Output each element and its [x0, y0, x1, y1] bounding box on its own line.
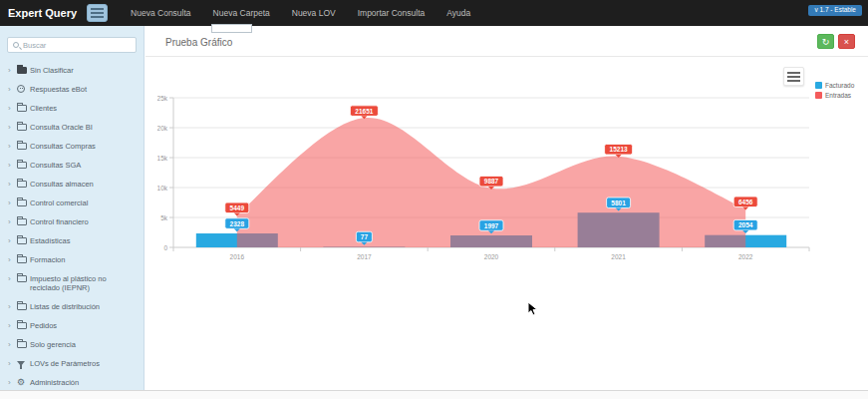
- main-content: Prueba Gráfico ↻ × FacturadoEntradas 05k…: [145, 26, 868, 399]
- folder-icon: [17, 302, 30, 310]
- legend-item-facturado[interactable]: Facturado: [815, 82, 854, 89]
- chevron-right-icon[interactable]: ›: [8, 236, 17, 245]
- nav-item-nueva-consulta[interactable]: Nueva Consulta: [120, 0, 201, 26]
- legend-item-entradas[interactable]: Entradas: [815, 92, 854, 99]
- version-badge: v 1.7 - Estable: [808, 5, 862, 16]
- legend-label: Facturado: [825, 82, 854, 89]
- sidebar-item-label: Consultas almacen: [30, 180, 94, 189]
- chevron-right-icon[interactable]: ›: [8, 85, 17, 94]
- sidebar-item-consultas-sga[interactable]: ›Consultas SGA: [0, 156, 144, 175]
- sidebar-item-solo-gerencia[interactable]: ›Solo gerencia: [0, 335, 144, 354]
- sidebar-item-control-comercial[interactable]: ›Control comercial: [0, 194, 144, 212]
- sidebar-item-label: Control comercial: [30, 199, 88, 207]
- chevron-right-icon[interactable]: ›: [8, 340, 17, 349]
- sidebar-item-label: Impuesto al plástico no reciclado (IEPNR…: [30, 274, 138, 292]
- chevron-right-icon[interactable]: ›: [8, 359, 17, 368]
- chevron-right-icon[interactable]: ›: [8, 274, 17, 283]
- sidebar-item-consultas-compras[interactable]: ›Consultas Compras: [0, 137, 144, 156]
- navbar-menu: Nueva ConsultaNueva CarpetaNueva LOVImpo…: [120, 0, 481, 26]
- data-label: 21651: [350, 106, 378, 120]
- sidebar-item-label: LOVs de Parámetros: [30, 359, 100, 368]
- data-label: 15213: [605, 144, 633, 158]
- chart-legend: FacturadoEntradas: [815, 82, 854, 99]
- svg-text:21651: 21651: [355, 108, 373, 115]
- sidebar-item-label: Consulta Oracle BI: [30, 123, 93, 132]
- chevron-right-icon[interactable]: ›: [8, 199, 17, 207]
- content-header: Prueba Gráfico ↻ ×: [145, 26, 868, 57]
- sidebar-item-label: Control financiero: [30, 217, 89, 226]
- chevron-right-icon[interactable]: ›: [8, 142, 17, 151]
- chevron-right-icon[interactable]: ›: [8, 378, 17, 387]
- nav-item-ayuda[interactable]: Ayuda: [435, 0, 481, 26]
- bot-icon: [17, 85, 30, 93]
- sidebar-item-pedidos[interactable]: ›Pedidos: [0, 316, 144, 335]
- svg-text:5k: 5k: [160, 214, 168, 221]
- folder-icon: [17, 161, 30, 169]
- sidebar-item-control-financiero[interactable]: ›Control financiero: [0, 212, 144, 231]
- sidebar-item-label: Clientes: [30, 104, 57, 113]
- sidebar-item-label: Pedidos: [30, 321, 57, 330]
- svg-text:2020: 2020: [484, 253, 499, 260]
- nav-item-importar-consulta[interactable]: Importar Consulta: [347, 0, 436, 26]
- sidebar-item-label: Estadísticas: [30, 236, 70, 245]
- folder-icon: [17, 123, 30, 131]
- folder-icon: [17, 180, 30, 188]
- nav-item-nueva-lov[interactable]: Nueva LOV: [281, 0, 347, 26]
- sidebar-item-lovs-de-par-metros[interactable]: ›LOVs de Parámetros: [0, 354, 144, 373]
- folder-icon: [17, 217, 30, 225]
- mouse-cursor: [527, 301, 539, 317]
- chevron-right-icon[interactable]: ›: [8, 180, 17, 189]
- sidebar-item-label: Respuestas eBot: [30, 85, 87, 94]
- app-window: Expert Query Nueva ConsultaNueva Carpeta…: [0, 0, 868, 399]
- sidebar-item-clientes[interactable]: ›Clientes: [0, 99, 144, 118]
- svg-text:25k: 25k: [157, 95, 168, 102]
- sidebar-item-label: Consultas Compras: [30, 142, 96, 151]
- chevron-right-icon[interactable]: ›: [8, 161, 17, 170]
- sidebar-item-consulta-oracle-bi[interactable]: ›Consulta Oracle BI: [0, 118, 144, 137]
- nav-item-nueva-carpeta[interactable]: Nueva Carpeta: [202, 0, 281, 26]
- sidebar-item-sin-clasificar[interactable]: ›Sin Clasificar: [0, 61, 144, 80]
- chevron-right-icon[interactable]: ›: [8, 255, 17, 264]
- sidebar-item-label: Consultas SGA: [30, 161, 81, 170]
- popup-remnant: [211, 24, 252, 33]
- svg-text:2016: 2016: [230, 253, 245, 260]
- legend-swatch: [815, 82, 822, 89]
- chevron-right-icon[interactable]: ›: [8, 66, 17, 75]
- refresh-button[interactable]: ↻: [817, 34, 834, 49]
- app-brand: Expert Query: [0, 7, 87, 19]
- svg-text:15213: 15213: [610, 146, 628, 153]
- sidebar-search[interactable]: [7, 37, 137, 53]
- folder-icon: [17, 340, 30, 348]
- sidebar-item-formacion[interactable]: ›Formacion: [0, 250, 144, 269]
- chevron-right-icon[interactable]: ›: [8, 104, 17, 113]
- sidebar-item-listas-de-distribuci-n[interactable]: ›Listas de distribución: [0, 297, 144, 316]
- chevron-right-icon[interactable]: ›: [8, 217, 17, 226]
- hamburger-icon: [91, 8, 104, 10]
- sidebar-item-estad-sticas[interactable]: ›Estadísticas: [0, 231, 144, 250]
- chevron-right-icon[interactable]: ›: [8, 302, 17, 311]
- folder-icon: [17, 321, 30, 329]
- close-button[interactable]: ×: [838, 34, 855, 49]
- svg-text:10k: 10k: [157, 185, 168, 192]
- folder-icon: [17, 104, 30, 112]
- sidebar-item-impuesto-al-pl-stico-no-reciclado-iepnr[interactable]: ›Impuesto al plástico no reciclado (IEPN…: [0, 269, 144, 297]
- svg-text:1997: 1997: [484, 222, 499, 229]
- svg-text:6456: 6456: [738, 199, 753, 205]
- chevron-right-icon[interactable]: ›: [8, 123, 17, 132]
- svg-text:15k: 15k: [157, 155, 168, 162]
- sidebar-item-consultas-almacen[interactable]: ›Consultas almacen: [0, 175, 144, 194]
- folder-icon: [17, 255, 30, 263]
- sidebar-item-label: Administración: [30, 378, 79, 387]
- svg-text:2017: 2017: [357, 253, 372, 260]
- sidebar-toggle-button[interactable]: [87, 4, 108, 22]
- folder-icon: [17, 142, 30, 150]
- chevron-right-icon[interactable]: ›: [8, 321, 17, 330]
- search-icon: [13, 42, 19, 48]
- sidebar-item-respuestas-ebot[interactable]: ›Respuestas eBot: [0, 80, 144, 99]
- sidebar-item-label: Formacion: [30, 255, 65, 264]
- search-input[interactable]: [19, 41, 129, 50]
- top-navbar: Expert Query Nueva ConsultaNueva Carpeta…: [0, 0, 868, 26]
- svg-text:9887: 9887: [484, 178, 499, 185]
- funnel-icon: [17, 359, 30, 366]
- folder-icon: [17, 236, 30, 244]
